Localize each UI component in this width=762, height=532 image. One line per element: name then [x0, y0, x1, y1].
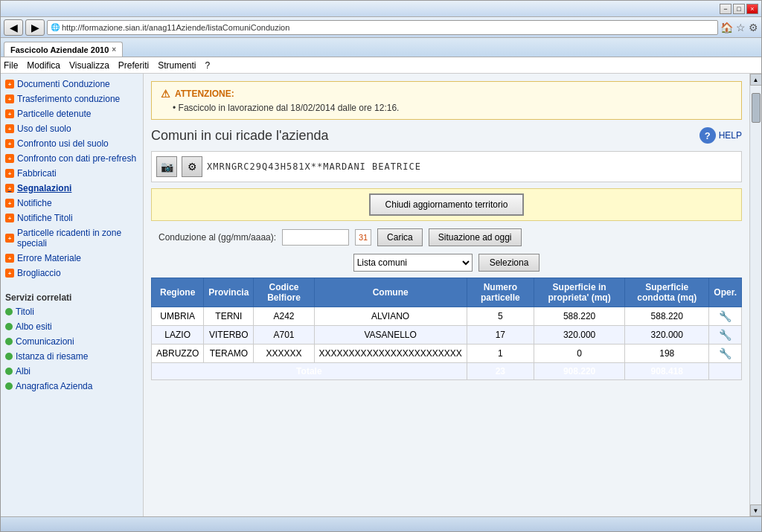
- sidebar-icon-confronto-dati: +: [5, 154, 14, 163]
- sidebar-label-trasferimento: Trasferimento conduzione: [17, 94, 120, 104]
- menu-help[interactable]: ?: [205, 60, 211, 71]
- sidebar-item-brogliaccio[interactable]: + Brogliaccio: [1, 266, 143, 281]
- calendar-button[interactable]: 31: [355, 229, 371, 246]
- sidebar-label-notifiche-titoli: Notifiche Titoli: [17, 213, 73, 223]
- browser-tab-active[interactable]: Fascicolo Aziendale 2010 ×: [4, 42, 123, 57]
- bottom-bar: [1, 516, 761, 531]
- menu-strumenti[interactable]: Strumenti: [158, 60, 196, 71]
- sidebar-item-albi[interactable]: Albi: [1, 364, 143, 379]
- lista-comuni-select[interactable]: Lista comuni: [353, 254, 473, 272]
- forward-button[interactable]: ▶: [25, 19, 45, 36]
- settings-icon-button[interactable]: ⚙: [182, 156, 202, 177]
- sidebar-item-titoli[interactable]: Titoli: [1, 304, 143, 319]
- total-label: Totale: [152, 363, 467, 380]
- menu-file[interactable]: File: [4, 60, 18, 71]
- sidebar-icon-fabbricati: +: [5, 169, 14, 178]
- sidebar-item-errore[interactable]: + Errore Materiale: [1, 251, 143, 266]
- cell-codice: A242: [254, 307, 314, 326]
- sidebar-item-uso-suolo[interactable]: + Uso del suolo: [1, 121, 143, 136]
- title-bar: − □ ×: [1, 1, 761, 17]
- sidebar-item-segnalazioni[interactable]: + Segnalazioni: [1, 181, 143, 196]
- menu-modifica[interactable]: Modifica: [27, 60, 60, 71]
- sidebar-icon-brogliaccio: +: [5, 269, 14, 278]
- oper-icon[interactable]: 🔧: [719, 347, 731, 359]
- tab-close-icon[interactable]: ×: [112, 45, 116, 54]
- oper-icon[interactable]: 🔧: [719, 310, 731, 322]
- scroll-thumb[interactable]: [752, 93, 761, 123]
- sidebar-icon-particelle-zone: +: [5, 234, 14, 243]
- camera-icon-button[interactable]: 📷: [156, 156, 177, 177]
- alert-box: ⚠ ATTENZIONE: Fascicolo in lavorazione d…: [151, 81, 742, 120]
- alert-message: Fascicolo in lavorazione dal 18/02/2014 …: [161, 103, 732, 113]
- cell-oper[interactable]: 🔧: [709, 326, 742, 344]
- sidebar-label-documenti: Documenti Conduzione: [17, 79, 110, 89]
- home-icon[interactable]: 🏠: [720, 22, 733, 33]
- cell-comune: VASANELLO: [314, 326, 467, 344]
- close-button[interactable]: ×: [746, 4, 758, 14]
- help-label: HELP: [719, 130, 742, 141]
- oper-icon[interactable]: 🔧: [719, 329, 731, 341]
- sidebar-item-anagrafica[interactable]: Anagrafica Azienda: [1, 379, 143, 394]
- menu-visualizza[interactable]: Visualizza: [69, 60, 109, 71]
- cell-num-particelle: 17: [467, 326, 534, 344]
- table-row: LAZIO VITERBO A701 VASANELLO 17 320.000 …: [152, 326, 742, 344]
- sidebar-label-segnalazioni: Segnalazioni: [17, 183, 71, 193]
- col-codice-belfiore: Codice Belfiore: [254, 278, 314, 307]
- seleziona-button[interactable]: Seleziona: [478, 254, 540, 272]
- page-title: Comuni in cui ricade l'azienda: [151, 128, 329, 144]
- sidebar-item-istanza[interactable]: Istanza di riesame: [1, 349, 143, 364]
- col-sup-proprieta: Superficie in proprieta' (mq): [534, 278, 624, 307]
- cell-sup-condotta: 320.000: [625, 326, 709, 344]
- back-button[interactable]: ◀: [4, 19, 23, 36]
- green-dot-comunicazioni: [5, 338, 13, 345]
- address-bar[interactable]: 🌐 http://formazione.sian.it/anag11Aziend…: [47, 20, 718, 35]
- sidebar-icon-segnalazioni: +: [5, 184, 14, 193]
- scrollbar: ▲ ▼: [749, 74, 761, 516]
- cell-provincia: TERAMO: [204, 344, 254, 363]
- help-button[interactable]: ? HELP: [699, 127, 742, 144]
- sidebar-item-comunicazioni[interactable]: Comunicazioni: [1, 334, 143, 349]
- sidebar-item-particelle-detenute[interactable]: + Particelle detenute: [1, 106, 143, 121]
- menu-preferiti[interactable]: Preferiti: [118, 60, 149, 71]
- cell-comune: XXXXXXXXXXXXXXXXXXXXXXXX: [314, 344, 467, 363]
- sidebar-label-brogliaccio: Brogliaccio: [17, 268, 61, 278]
- scroll-down-button[interactable]: ▼: [750, 504, 762, 516]
- situazione-button[interactable]: Situazione ad oggi: [429, 228, 522, 246]
- sidebar-label-confronto-usi: Confronto usi del suolo: [17, 138, 109, 149]
- cell-oper[interactable]: 🔧: [709, 307, 742, 326]
- sidebar-label-comunicazioni: Comunicazioni: [16, 336, 74, 347]
- tab-label: Fascicolo Aziendale 2010: [10, 45, 109, 54]
- sidebar-item-notifiche-titoli[interactable]: + Notifiche Titoli: [1, 211, 143, 225]
- sidebar-icon-trasferimento: +: [5, 94, 14, 103]
- toolbar-area: 📷 ⚙ XMRNGRC29Q43H581X**MARDANI BEATRICE: [151, 151, 742, 182]
- nav-icons: 🏠 ☆ ⚙: [720, 22, 758, 33]
- sidebar-label-errore: Errore Materiale: [17, 253, 81, 263]
- maximize-button[interactable]: □: [733, 4, 745, 14]
- sidebar-item-notifiche[interactable]: + Notifiche: [1, 196, 143, 211]
- sidebar-label-albo-esiti: Albo esiti: [16, 321, 52, 332]
- scroll-up-button[interactable]: ▲: [750, 74, 762, 86]
- col-num-particelle: Numero particelle: [467, 278, 534, 307]
- minimize-button[interactable]: −: [720, 4, 731, 14]
- sidebar-item-documenti[interactable]: + Documenti Conduzione: [1, 77, 143, 92]
- sidebar-item-confronto-dati[interactable]: + Confronto con dati pre-refresh: [1, 151, 143, 166]
- sidebar-item-particelle-zone[interactable]: + Particelle ricadenti in zone speciali: [1, 225, 143, 251]
- cell-oper[interactable]: 🔧: [709, 344, 742, 363]
- sidebar-label-albi: Albi: [16, 366, 31, 376]
- date-input[interactable]: [282, 229, 349, 246]
- carica-button[interactable]: Carica: [377, 228, 423, 246]
- sidebar-item-trasferimento[interactable]: + Trasferimento conduzione: [1, 92, 143, 106]
- sidebar-item-albo-esiti[interactable]: Albo esiti: [1, 319, 143, 334]
- sidebar-label-notifiche: Notifiche: [17, 198, 52, 208]
- star-icon[interactable]: ☆: [736, 22, 746, 33]
- nav-bar: ◀ ▶ 🌐 http://formazione.sian.it/anag11Az…: [1, 17, 761, 38]
- lista-row: Lista comuni Seleziona: [151, 254, 742, 272]
- col-comune: Comune: [314, 278, 467, 307]
- help-circle-icon: ?: [699, 127, 716, 144]
- cell-regione: ABRUZZO: [152, 344, 204, 363]
- sidebar-item-fabbricati[interactable]: + Fabbricati: [1, 166, 143, 181]
- gear-icon[interactable]: ⚙: [749, 22, 758, 33]
- cell-num-particelle: 1: [467, 344, 534, 363]
- sidebar-item-confronto-usi[interactable]: + Confronto usi del suolo: [1, 136, 143, 151]
- chiudi-aggiornamento-button[interactable]: Chiudi aggiornamento territorio: [369, 193, 525, 216]
